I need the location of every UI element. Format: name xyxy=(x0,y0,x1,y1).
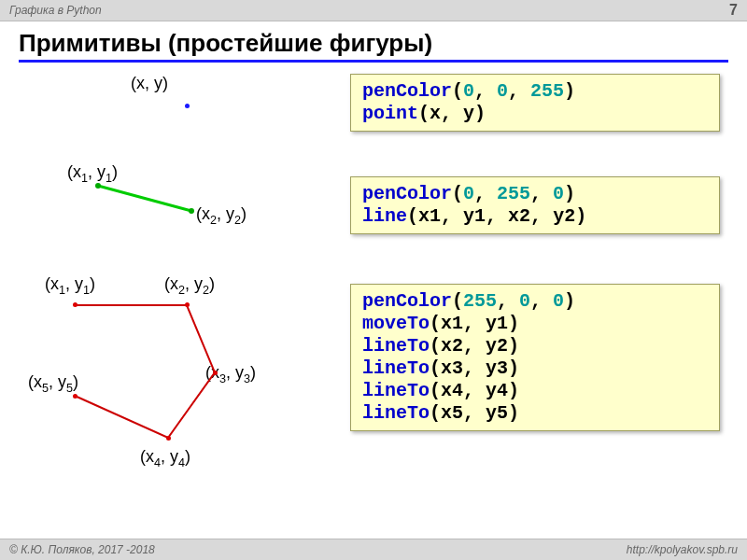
label-poly-p2: (x2, y2) xyxy=(164,274,215,297)
header-title: Графика в Python xyxy=(9,4,102,17)
blue-dot-icon xyxy=(185,104,190,108)
red-dot-icon xyxy=(166,436,171,441)
red-dot-icon xyxy=(73,394,78,399)
page-number: 7 xyxy=(729,2,738,19)
shapes-area: (x, y) (x1, y1) (x2, y2) (x1, y1) (x2, y… xyxy=(0,74,336,559)
svg-point-1 xyxy=(95,183,101,189)
svg-line-0 xyxy=(98,186,191,211)
red-dot-icon xyxy=(73,302,78,307)
red-dot-icon xyxy=(213,371,218,375)
red-polyline-icon xyxy=(47,298,252,456)
slide-title: Примитивы (простейшие фигуры) xyxy=(19,29,728,63)
label-poly-p1: (x1, y1) xyxy=(45,274,95,297)
footer-right: http://kpolyakov.spb.ru xyxy=(627,543,738,556)
content-area: (x, y) (x1, y1) (x2, y2) (x1, y1) (x2, y… xyxy=(0,74,747,559)
code-box-polyline: penColor(255, 0, 0) moveTo(x1, y1) lineT… xyxy=(350,284,720,431)
code-box-line: penColor(0, 255, 0) line(x1, y1, x2, y2) xyxy=(350,176,720,234)
svg-point-2 xyxy=(189,208,194,214)
red-dot-icon xyxy=(185,302,190,307)
header-bar: Графика в Python 7 xyxy=(0,0,747,21)
footer-left: © К.Ю. Поляков, 2017 -2018 xyxy=(9,543,155,556)
footer-bar: © К.Ю. Поляков, 2017 -2018 http://kpolya… xyxy=(0,539,747,560)
code-box-point: penColor(0, 0, 255) point(x, y) xyxy=(350,74,720,132)
label-point: (x, y) xyxy=(131,74,168,93)
green-line-icon xyxy=(93,181,224,223)
